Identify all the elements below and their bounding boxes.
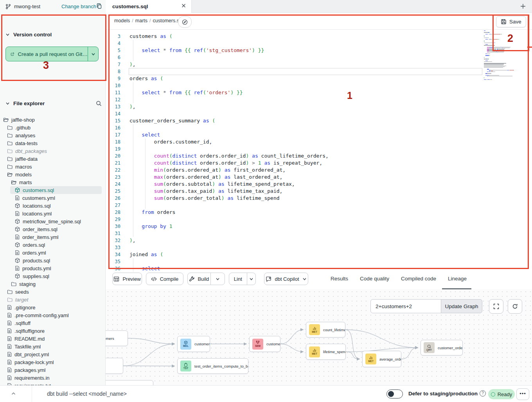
tree-item-dbt-packages[interactable]: dbt_packages [0,147,106,155]
tree-item-orders-sql[interactable]: orders.sql [0,241,106,249]
code-line-25[interactable]: 25 sum(orders.tax_paid) as lifetime_tax_… [106,188,532,195]
tab-code-quality[interactable]: Code quality [360,276,389,282]
tree-item-locations-yml[interactable]: locations.yml [0,210,106,217]
tree-item-readme-md[interactable]: README.md [0,335,106,343]
code-line-9[interactable]: 9orders as ( [106,75,532,82]
code-line-24[interactable]: 24 sum(orders.subtotal) as lifetime_spen… [106,181,532,188]
dbt-copilot-button[interactable]: dbt Copilot [264,273,308,285]
tree-item-customers-yml[interactable]: customers.yml [0,194,106,202]
breadcrumb-marts[interactable]: marts [135,18,147,23]
tree-item-macros[interactable]: macros [0,163,106,170]
code-line-30[interactable]: 30 group by 1 [106,223,532,230]
lineage-node-customers_sem[interactable]: SEMcustomers [249,336,280,352]
code-line-20[interactable]: 20 count(distinct orders.order_id) as co… [106,153,532,160]
code-line-28[interactable]: 28 from orders [106,209,532,216]
help-icon[interactable]: ? [480,390,486,397]
code-line-4[interactable]: 4 [106,40,532,47]
tree-item-analyses[interactable]: analyses [0,131,106,139]
change-branch-link[interactable]: Change branch [61,4,96,9]
lineage-node-lifetime_spend_pretax[interactable]: METlifetime_spend_pretax [306,344,346,360]
minimap[interactable] [484,31,521,80]
tree-item-packages-yml[interactable]: packages.yml [0,366,106,374]
lineage-node-customers_mdl[interactable]: MDLcustomers [177,336,210,352]
create-pr-dropdown[interactable] [88,47,98,61]
code-editor[interactable]: 3customers as (45 select * from {{ ref('… [106,30,532,272]
code-line-15[interactable]: 15customer_orders_summary as ( [106,117,532,124]
lineage-node-average_order_value[interactable]: METaverage_order_value [362,351,401,367]
code-line-6[interactable]: 6 [106,54,532,61]
file-explorer-header[interactable]: File explorer [5,100,45,106]
refresh-button[interactable] [508,299,522,314]
search-icon[interactable] [96,100,102,106]
tree-item-package-lock-yml[interactable]: package-lock.yml [0,358,106,366]
code-line-33[interactable]: 33 [106,244,532,251]
code-line-14[interactable]: 14 [106,110,532,117]
defer-toggle[interactable] [386,389,403,398]
lint-button[interactable]: Lint [229,273,247,285]
tab-lineage[interactable]: Lineage [448,276,467,282]
more-options-button[interactable]: ••• [516,388,529,400]
lineage-node-test_node[interactable]: TSTtest_order_items_compute_to_bools… [177,358,248,374]
lint-dropdown[interactable] [247,273,255,285]
tree-item-jaffle-data[interactable]: jaffle-data [0,155,106,163]
tree-item-locations-sql[interactable]: locations.sql [0,202,106,210]
breadcrumb-models[interactable]: models [114,18,130,23]
code-line-27[interactable]: 27 [106,202,532,209]
command-input[interactable]: dbt build --select <model_name> [47,391,127,397]
code-line-13[interactable]: 13), [106,103,532,110]
tree-item--sqlfluff[interactable]: .sqlfluff [0,319,106,327]
tree-item--github[interactable]: .github [0,124,106,131]
chevron-up-icon[interactable] [11,391,16,396]
code-line-18[interactable]: 18 orders.customer_id, [106,138,532,145]
create-pr-main[interactable]: Create a pull request on Git… [6,51,88,57]
lineage-node-stg_customers[interactable]: stg_customers [106,330,128,346]
tree-item-target[interactable]: target [0,296,106,303]
code-line-31[interactable]: 31 [106,230,532,237]
tree-item-order-items-yml[interactable]: order_items.yml [0,233,106,241]
tree-item--sqlfluffignore[interactable]: .sqlfluffignore [0,327,106,335]
code-line-34[interactable]: 34joined as ( [106,251,532,258]
create-pr-button[interactable]: Create a pull request on Git… [5,47,99,61]
lineage-node-customer_order_metrics[interactable]: QRYcustomer_order_metrics [421,340,463,355]
tree-item-products-yml[interactable]: products.yml [0,264,106,272]
tree-item-dbt-project-yml[interactable]: dbt_project.yml [0,350,106,358]
code-line-23[interactable]: 23 max(orders.ordered_at) as last_ordere… [106,174,532,181]
code-line-36[interactable]: 36 select [106,265,532,272]
lineage-node-partial_node[interactable] [106,380,153,385]
lineage-selector-input[interactable] [370,299,441,313]
code-line-21[interactable]: 21 count(distinct orders.order_id) > 1 a… [106,160,532,167]
tree-item-data-tests[interactable]: data-tests [0,139,106,147]
lineage-node-orders_src[interactable]: orders [106,358,123,374]
plus-icon[interactable] [520,3,526,9]
tree-item-products-sql[interactable]: products.sql [0,257,106,264]
code-line-12[interactable]: 12 [106,96,532,103]
version-control-header[interactable]: Version control [5,32,52,38]
code-line-26[interactable]: 26 sum(orders.order_total) as lifetime_s… [106,195,532,202]
build-button[interactable]: Build [188,273,210,285]
save-button[interactable]: Save [496,16,526,27]
tree-item-orders-yml[interactable]: orders.yml [0,249,106,257]
code-line-11[interactable]: 11 select * from {{ ref('orders') }} [106,89,532,96]
tree-item-staging[interactable]: staging [0,280,106,288]
compile-button[interactable]: Compile [146,273,183,285]
code-line-32[interactable]: 32), [106,237,532,244]
code-line-8[interactable]: 8 [106,68,532,75]
code-line-29[interactable]: 29 [106,216,532,223]
tree-item-metricflow-time-spine-sql[interactable]: metricflow_time_spine.sql [0,217,106,225]
code-line-7[interactable]: 7), [106,61,532,68]
code-line-19[interactable]: 19 [106,145,532,153]
tree-item-models[interactable]: models [0,170,106,178]
tree-item-marts[interactable]: marts [0,178,106,186]
code-line-3[interactable]: 3customers as ( [106,33,532,40]
tab-compiled-code[interactable]: Compiled code [401,276,436,282]
tree-item-seeds[interactable]: seeds [0,288,106,296]
tree-item-customers-sql[interactable]: customers.sql [10,186,102,194]
close-icon[interactable] [181,3,186,8]
tree-item-taskfile-yml[interactable]: Taskfile.yml [0,343,106,350]
tab-results[interactable]: Results [331,276,348,282]
tree-item-order-items-sql[interactable]: order_items.sql [0,225,106,233]
code-line-17[interactable]: 17 select [106,131,532,138]
tree-item--gitignore[interactable]: .gitignore [0,303,106,311]
compass-button[interactable] [178,16,192,28]
fullscreen-button[interactable] [489,299,503,314]
